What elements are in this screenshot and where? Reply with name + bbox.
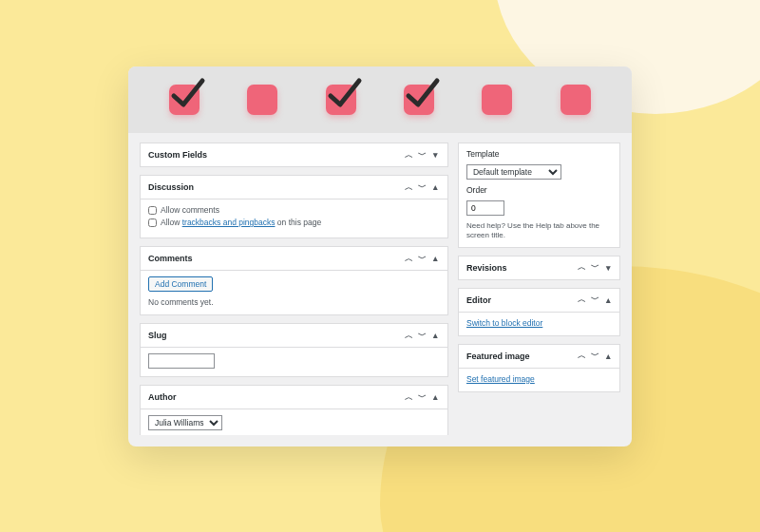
checkmark-icon xyxy=(323,73,363,113)
allow-pings-checkbox[interactable] xyxy=(148,218,157,227)
template-select[interactable]: Default template xyxy=(466,164,561,180)
panel-title: Comments xyxy=(148,254,193,263)
toggle-icon[interactable]: ▾ xyxy=(602,262,614,274)
editor-screenshot: Custom Fields ︿ ﹀ ▾ Discussion ︿ ﹀ ▴ xyxy=(128,66,632,446)
allow-comments-checkbox[interactable] xyxy=(148,206,157,215)
help-text: Need help? Use the Help tab above the sc… xyxy=(466,221,612,241)
move-up-icon[interactable]: ︿ xyxy=(404,253,415,264)
move-up-icon[interactable]: ︿ xyxy=(576,262,587,274)
option-tile[interactable] xyxy=(404,85,434,115)
discussion-panel: Discussion ︿ ﹀ ▴ Allow comments xyxy=(140,175,448,238)
comments-panel: Comments ︿ ﹀ ▴ Add Comment No comments y… xyxy=(140,246,448,315)
move-up-icon[interactable]: ︿ xyxy=(576,294,587,306)
panel-title: Editor xyxy=(466,295,491,305)
allow-comments-row[interactable]: Allow comments xyxy=(148,205,440,215)
allow-pings-row[interactable]: Allow trackbacks and pingbacks on this p… xyxy=(148,218,440,227)
custom-fields-panel: Custom Fields ︿ ﹀ ▾ xyxy=(140,142,448,167)
switch-editor-link[interactable]: Switch to block editor xyxy=(466,318,542,328)
checkmark-icon xyxy=(166,73,206,113)
editor-panel: Editor ︿ ﹀ ▴ Switch to block editor xyxy=(458,288,620,336)
move-down-icon[interactable]: ﹀ xyxy=(417,253,428,264)
move-down-icon[interactable]: ﹀ xyxy=(417,181,428,193)
move-down-icon[interactable]: ﹀ xyxy=(589,294,600,306)
option-tile[interactable] xyxy=(482,85,512,115)
move-down-icon[interactable]: ﹀ xyxy=(417,330,428,341)
toggle-icon[interactable]: ▴ xyxy=(602,294,614,306)
order-input[interactable] xyxy=(466,200,504,216)
set-featured-image-link[interactable]: Set featured image xyxy=(466,374,535,384)
panel-title: Featured image xyxy=(466,352,530,361)
option-tile[interactable] xyxy=(169,85,200,115)
no-comments-text: No comments yet. xyxy=(148,297,440,307)
author-select[interactable]: Julia Williams xyxy=(148,415,222,430)
move-up-icon[interactable]: ︿ xyxy=(404,391,415,403)
move-down-icon[interactable]: ﹀ xyxy=(417,149,428,161)
move-down-icon[interactable]: ﹀ xyxy=(417,391,428,403)
panel-title: Custom Fields xyxy=(148,150,207,160)
allow-pings-label: Allow trackbacks and pingbacks on this p… xyxy=(161,218,321,227)
move-down-icon[interactable]: ﹀ xyxy=(589,262,600,274)
page-attributes-panel: Template Default template Order Need hel… xyxy=(458,142,620,248)
option-tile[interactable] xyxy=(560,85,591,115)
author-panel: Author ︿ ﹀ ▴ Julia Williams xyxy=(140,385,448,435)
option-tile[interactable] xyxy=(326,85,356,115)
slug-input[interactable] xyxy=(148,353,215,369)
template-label: Template xyxy=(466,149,612,159)
toggle-icon[interactable]: ▴ xyxy=(602,351,614,362)
move-up-icon[interactable]: ︿ xyxy=(404,149,415,161)
allow-comments-label: Allow comments xyxy=(161,205,219,215)
add-comment-button[interactable]: Add Comment xyxy=(148,276,213,292)
toggle-icon[interactable]: ▴ xyxy=(430,391,442,403)
move-up-icon[interactable]: ︿ xyxy=(404,330,415,341)
slug-panel: Slug ︿ ﹀ ▴ xyxy=(140,323,448,377)
panel-title: Author xyxy=(148,392,177,402)
panel-title: Revisions xyxy=(466,263,507,273)
toggle-icon[interactable]: ▴ xyxy=(430,181,442,193)
checkmark-icon xyxy=(401,73,441,113)
move-up-icon[interactable]: ︿ xyxy=(576,351,587,362)
toggle-icon[interactable]: ▴ xyxy=(430,330,442,341)
screen-options-header xyxy=(128,66,632,133)
toggle-icon[interactable]: ▴ xyxy=(430,253,442,264)
featured-image-panel: Featured image ︿ ﹀ ▴ Set featured image xyxy=(458,344,620,392)
move-down-icon[interactable]: ﹀ xyxy=(589,351,600,362)
option-tile[interactable] xyxy=(247,85,277,115)
panel-title: Slug xyxy=(148,331,167,340)
toggle-icon[interactable]: ▾ xyxy=(430,149,442,161)
order-label: Order xyxy=(466,185,612,195)
move-up-icon[interactable]: ︿ xyxy=(404,181,415,193)
trackbacks-link[interactable]: trackbacks and pingbacks xyxy=(182,218,276,227)
panel-title: Discussion xyxy=(148,182,194,192)
revisions-panel: Revisions ︿ ﹀ ▾ xyxy=(458,256,620,280)
